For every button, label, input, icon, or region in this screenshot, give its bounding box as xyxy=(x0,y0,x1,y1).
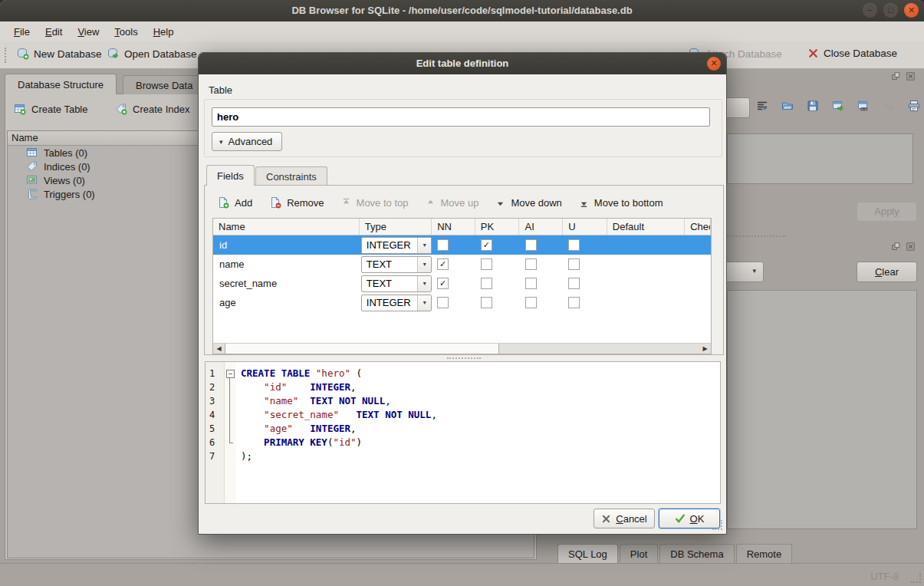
column-header-name[interactable]: Name xyxy=(213,219,360,235)
ok-button[interactable]: OK xyxy=(659,509,720,528)
dock-splitter-handle[interactable] xyxy=(725,235,786,237)
fold-margin[interactable]: − xyxy=(225,367,236,380)
ai-checkbox[interactable] xyxy=(525,239,537,251)
scrollbar-groove[interactable] xyxy=(499,344,699,354)
tab-sql-log[interactable]: SQL Log xyxy=(557,544,618,563)
field-row-name[interactable]: nameTEXT▾✓ xyxy=(213,255,711,274)
column-header-default[interactable]: Default xyxy=(607,219,685,235)
type-combobox[interactable]: INTEGER▾ xyxy=(361,295,432,311)
u-checkbox[interactable] xyxy=(568,239,580,251)
add-button[interactable]: Add xyxy=(217,196,252,209)
u-checkbox[interactable] xyxy=(568,258,580,270)
dialog-splitter-handle[interactable] xyxy=(447,357,481,359)
window-titlebar[interactable]: DB Browser for SQLite - /home/user/code/… xyxy=(0,0,924,21)
fold-margin[interactable] xyxy=(225,449,236,463)
advanced-button[interactable]: ▾ Advanced xyxy=(212,132,282,151)
tab-plot[interactable]: Plot xyxy=(620,544,658,563)
nn-checkbox[interactable]: ✓ xyxy=(437,278,449,289)
open-file-button[interactable] xyxy=(781,100,794,114)
column-header-type[interactable]: Type xyxy=(360,219,432,235)
dialog-titlebar[interactable]: Edit table definition ✕ xyxy=(199,53,726,74)
pk-checkbox[interactable]: ✓ xyxy=(481,239,492,251)
print-button[interactable] xyxy=(908,100,920,114)
type-combobox[interactable]: INTEGER▾ xyxy=(361,237,432,254)
u-checkbox[interactable] xyxy=(568,278,580,289)
check-cell[interactable] xyxy=(685,235,711,255)
field-row-secret-name[interactable]: secret_nameTEXT▾✓ xyxy=(213,274,711,293)
default-cell[interactable] xyxy=(607,293,685,312)
remove-button[interactable]: Remove xyxy=(269,196,324,209)
column-header-nn[interactable]: NN xyxy=(432,219,475,235)
check-cell[interactable] xyxy=(685,293,711,312)
tab-remote[interactable]: Remote xyxy=(736,544,793,563)
fold-margin[interactable] xyxy=(225,408,236,422)
sql-log-area[interactable] xyxy=(727,290,917,529)
check-cell[interactable] xyxy=(685,255,711,274)
menu-tools[interactable]: Tools xyxy=(107,24,145,40)
type-combobox[interactable]: TEXT▾ xyxy=(361,275,432,292)
text-import-button[interactable] xyxy=(756,100,768,114)
cell-edit-area[interactable] xyxy=(727,133,913,184)
fields-hscrollbar[interactable]: ◀ ▶ xyxy=(213,343,711,354)
nn-checkbox[interactable] xyxy=(437,297,449,308)
create-index-button[interactable]: Create Index xyxy=(115,103,189,115)
default-cell[interactable] xyxy=(607,274,685,293)
menu-view[interactable]: View xyxy=(70,24,107,40)
tab-database-structure[interactable]: Database Structure xyxy=(5,74,117,94)
minimize-button[interactable]: − xyxy=(863,3,877,18)
column-header-ai[interactable]: AI xyxy=(519,219,563,235)
dock-close-icon[interactable] xyxy=(906,242,916,255)
type-combobox[interactable]: TEXT▾ xyxy=(361,256,432,273)
new-database-button[interactable]: New Database xyxy=(17,48,102,60)
ai-checkbox[interactable] xyxy=(525,297,537,308)
dock-float-icon[interactable] xyxy=(892,72,902,84)
pk-checkbox[interactable] xyxy=(481,258,492,270)
dock-close-icon[interactable] xyxy=(906,72,916,84)
ai-checkbox[interactable] xyxy=(525,258,537,270)
dialog-close-button[interactable]: ✕ xyxy=(707,57,721,71)
column-header-check[interactable]: Check xyxy=(685,219,711,235)
cancel-button[interactable]: Cancel xyxy=(594,509,655,528)
scroll-right-icon[interactable]: ▶ xyxy=(699,344,711,354)
move-up-button[interactable]: Move up xyxy=(426,197,479,209)
clear-button[interactable]: Clear xyxy=(857,262,917,282)
u-checkbox[interactable] xyxy=(568,297,580,308)
move-to-top-button[interactable]: Move to top xyxy=(341,197,409,209)
scrollbar-thumb[interactable] xyxy=(225,344,499,354)
fold-margin[interactable] xyxy=(225,422,236,436)
tab-constraints[interactable]: Constraints xyxy=(255,166,327,186)
maximize-button[interactable]: □ xyxy=(883,3,898,18)
check-cell[interactable] xyxy=(685,274,711,293)
field-row-id[interactable]: idINTEGER▾✓ xyxy=(213,235,711,255)
dialog-resize-grip[interactable] xyxy=(712,520,722,530)
ai-checkbox[interactable] xyxy=(525,278,537,289)
close-database-button[interactable]: Close Database xyxy=(807,48,897,59)
save-button[interactable] xyxy=(807,100,819,114)
dock-float-icon[interactable] xyxy=(892,242,902,255)
field-row-age[interactable]: ageINTEGER▾ xyxy=(213,293,711,312)
fold-margin[interactable] xyxy=(225,380,236,394)
default-cell[interactable] xyxy=(607,235,685,255)
pk-checkbox[interactable] xyxy=(481,278,492,289)
open-database-button[interactable]: Open Database xyxy=(107,48,197,60)
menu-help[interactable]: Help xyxy=(146,24,182,40)
apply-button[interactable]: Apply xyxy=(857,202,917,222)
set-null-button[interactable] xyxy=(883,100,895,114)
fold-margin[interactable] xyxy=(225,436,236,449)
scroll-left-icon[interactable]: ◀ xyxy=(213,344,225,354)
column-header-pk[interactable]: PK xyxy=(475,219,520,235)
create-table-button[interactable]: Create Table xyxy=(14,103,87,115)
link-button[interactable] xyxy=(857,100,870,114)
tab-browse-data[interactable]: Browse Data xyxy=(123,75,206,94)
sql-preview-editor[interactable]: 1−CREATE TABLE "hero" (2 "id" INTEGER,3 … xyxy=(205,361,721,504)
nn-checkbox[interactable]: ✓ xyxy=(437,258,449,270)
tab-fields[interactable]: Fields xyxy=(206,165,255,186)
pk-checkbox[interactable] xyxy=(481,297,492,308)
toolbar-grip[interactable] xyxy=(5,48,9,63)
move-down-button[interactable]: Move down xyxy=(495,197,561,209)
menu-file[interactable]: File xyxy=(6,24,38,40)
nn-checkbox[interactable] xyxy=(437,239,449,251)
menu-edit[interactable]: Edit xyxy=(38,24,70,40)
export-button[interactable] xyxy=(832,100,844,114)
close-button[interactable]: ✕ xyxy=(904,3,919,18)
